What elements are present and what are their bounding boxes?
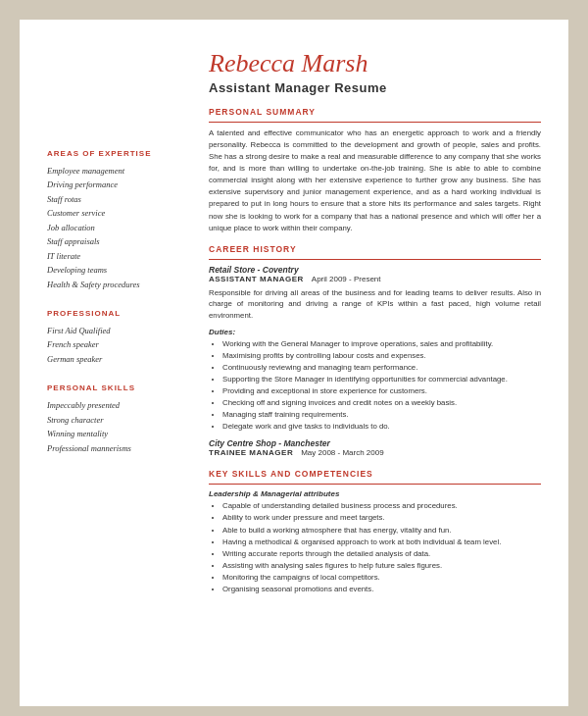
key-skills-list: Leadership & Managerial attributesCapabl… xyxy=(209,489,541,595)
duties-list: Working with the General Manager to impr… xyxy=(209,338,541,434)
list-item: Monitoring the campaigns of local compet… xyxy=(222,572,541,584)
list-item: Employee management xyxy=(47,164,185,178)
areas-of-expertise-list: Employee managementDriving performanceSt… xyxy=(47,164,185,291)
professional-section: PROFESSIONAL First Aid QualifiedFrench s… xyxy=(47,309,185,366)
areas-of-expertise-heading: AREAS OF EXPERTISE xyxy=(47,149,185,158)
job-entry: City Centre Shop - ManchesterTRAINEE MAN… xyxy=(209,438,541,457)
career-history-heading: CAREER HISTORY xyxy=(209,244,541,254)
list-item: Developing teams xyxy=(47,263,185,277)
job-dates: May 2008 - March 2009 xyxy=(301,448,384,457)
personal-skills-section: PERSONAL SKILLS Impeccably presentedStro… xyxy=(47,384,185,455)
list-item: Capable of understanding detailed busine… xyxy=(222,500,541,512)
list-item: Driving performance xyxy=(47,178,185,191)
list-item: Impeccably presented xyxy=(47,398,185,412)
list-item: Professional mannerisms xyxy=(47,441,185,455)
professional-list: First Aid QualifiedFrench speakerGerman … xyxy=(47,324,185,366)
skills-attr-heading: Leadership & Managerial attributes xyxy=(209,489,541,498)
list-item: Staff appraisals xyxy=(47,234,185,248)
list-item: French speaker xyxy=(47,337,185,351)
personal-summary-heading: PERSONAL SUMMARY xyxy=(209,107,541,117)
list-item: Staff rotas xyxy=(47,192,185,206)
candidate-name: Rebecca Marsh xyxy=(209,49,541,78)
key-skills-heading: KEY SKILLS AND COMPETENCIES xyxy=(209,469,541,479)
list-item: Job allocation xyxy=(47,221,185,234)
list-item: Having a methodical & organised approach… xyxy=(222,537,541,548)
list-item: Winning mentality xyxy=(47,427,185,440)
list-item: Maximising profits by controlling labour… xyxy=(222,350,541,362)
personal-summary-section: PERSONAL SUMMARY A talented and effectiv… xyxy=(209,107,541,234)
list-item: Providing and exceptional in store exper… xyxy=(222,385,541,397)
duties-heading: Duties: xyxy=(209,328,541,336)
list-item: Working with the General Manager to impr… xyxy=(222,338,541,350)
skills-attribute-group: Leadership & Managerial attributesCapabl… xyxy=(209,489,541,595)
list-item: IT literate xyxy=(47,249,185,263)
personal-skills-heading: PERSONAL SKILLS xyxy=(47,384,185,392)
personal-skills-list: Impeccably presentedStrong characterWinn… xyxy=(47,398,185,455)
areas-of-expertise-section: AREAS OF EXPERTISE Employee managementDr… xyxy=(47,149,185,291)
job-entry: Retail Store - CoventryASSISTANT MANAGER… xyxy=(209,265,541,434)
list-item: Able to build a working atmosphere that … xyxy=(222,525,541,537)
career-history-section: CAREER HISTORY Retail Store - CoventryAS… xyxy=(209,244,541,458)
list-item: Managing staff training requirements. xyxy=(222,409,541,421)
left-column: AREAS OF EXPERTISE Employee managementDr… xyxy=(47,49,199,677)
job-description: Responsible for driving all areas of the… xyxy=(209,287,541,322)
key-skills-divider xyxy=(209,484,541,485)
career-divider xyxy=(209,259,541,260)
list-item: Continuously reviewing and managing team… xyxy=(222,362,541,374)
list-item: Ability to work under pressure and meet … xyxy=(222,512,541,524)
job-role: ASSISTANT MANAGER xyxy=(209,275,304,283)
summary-divider xyxy=(209,122,541,123)
name-block: Rebecca Marsh Assistant Manager Resume xyxy=(209,49,541,95)
role-row: ASSISTANT MANAGERApril 2009 - Present xyxy=(209,275,541,283)
list-item: Delegate work and give tasks to individu… xyxy=(222,421,541,433)
job-role: TRAINEE MANAGER xyxy=(209,448,293,457)
job-dates: April 2009 - Present xyxy=(312,275,381,283)
jobs-list: Retail Store - CoventryASSISTANT MANAGER… xyxy=(209,265,541,458)
list-item: Organising seasonal promotions and event… xyxy=(222,584,541,595)
list-item: Strong character xyxy=(47,413,185,427)
skills-attr-list: Capable of understanding detailed busine… xyxy=(209,500,541,595)
list-item: Assisting with analysing sales figures t… xyxy=(222,560,541,572)
list-item: First Aid Qualified xyxy=(47,324,185,337)
professional-heading: PROFESSIONAL xyxy=(47,309,185,318)
personal-summary-text: A talented and effective communicator wh… xyxy=(209,128,541,234)
list-item: Customer service xyxy=(47,206,185,220)
company-name: City Centre Shop - Manchester xyxy=(209,438,541,448)
resume-page: AREAS OF EXPERTISE Employee managementDr… xyxy=(20,20,568,706)
list-item: Checking off and signing invoices and cr… xyxy=(222,397,541,409)
role-row: TRAINEE MANAGERMay 2008 - March 2009 xyxy=(209,448,541,457)
list-item: Writing accurate reports through the det… xyxy=(222,548,541,560)
company-name: Retail Store - Coventry xyxy=(209,265,541,275)
list-item: Health & Safety procedures xyxy=(47,278,185,291)
resume-title: Assistant Manager Resume xyxy=(209,80,541,95)
key-skills-section: KEY SKILLS AND COMPETENCIES Leadership &… xyxy=(209,469,541,595)
right-column: Rebecca Marsh Assistant Manager Resume P… xyxy=(199,49,541,677)
list-item: Supporting the Store Manager in identify… xyxy=(222,374,541,385)
list-item: German speaker xyxy=(47,352,185,366)
